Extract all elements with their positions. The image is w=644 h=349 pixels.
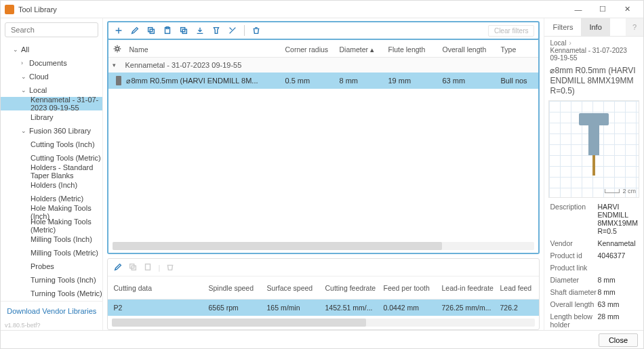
cutting-data-panel: | Cutting data Spindle speed Surface spe… — [107, 258, 540, 330]
ch-cutting-data[interactable]: Cutting data — [113, 284, 208, 292]
tree-item[interactable]: Cutting Tools (Metric) — [1, 151, 102, 165]
property-row: Overall length63 mm — [544, 298, 643, 310]
tree-item[interactable]: Hole Making Tools (Metric) — [1, 219, 102, 232]
tree-item[interactable]: Holders (Inch) — [1, 178, 102, 192]
ch-feed-per-tooth[interactable]: Feed per tooth — [383, 284, 441, 292]
tree-documents[interactable]: ›Documents — [1, 56, 102, 70]
tree-item[interactable]: Turning Tools (Inch) — [1, 273, 102, 287]
tree-item[interactable]: Holders - Standard Taper Blanks — [1, 165, 102, 178]
tree-cloud[interactable]: ⌄Cloud — [1, 70, 102, 83]
ch-leadout-feedrate[interactable]: Lead feed — [500, 284, 534, 292]
copy-icon[interactable] — [145, 24, 157, 37]
cr-fpt: 0.0442 mm — [383, 304, 441, 312]
tool-preview: 2 cm — [548, 100, 639, 198]
cd-edit-icon[interactable] — [113, 262, 123, 273]
tree-item[interactable]: Milling Tools (Inch) — [1, 232, 102, 246]
property-label: Overall length — [550, 300, 597, 308]
ch-surface-speed[interactable]: Surface speed — [266, 284, 325, 292]
table-header: Name Corner radius Diameter ▴ Flute leng… — [108, 41, 538, 58]
gear-column-icon[interactable] — [113, 44, 129, 55]
property-row: Product link — [544, 262, 643, 274]
tree-item[interactable]: Hole Making Tools (Inch) — [1, 205, 102, 219]
delete-icon[interactable] — [250, 24, 262, 37]
collapse-icon[interactable]: ▾ — [113, 62, 125, 68]
cr-leadout: 726.2 — [500, 304, 534, 312]
col-overall-length[interactable]: Overall length — [442, 45, 500, 54]
clear-filters-button[interactable]: Clear filters — [488, 25, 535, 37]
tree-local[interactable]: ⌄Local — [1, 83, 102, 97]
ch-cutting-feedrate[interactable]: Cutting feedrate — [325, 284, 383, 292]
main-toolbar: Clear filters — [107, 21, 540, 40]
cell-type: Bull nos — [500, 77, 534, 85]
cell-flute: 19 mm — [388, 77, 442, 85]
version-label: v1.80.5-betf? — [1, 321, 102, 330]
renumber-icon[interactable] — [226, 24, 239, 37]
holder-icon[interactable] — [210, 24, 222, 37]
col-flute-length[interactable]: Flute length — [388, 45, 442, 54]
cd-delete-icon[interactable] — [165, 262, 175, 273]
close-window-button[interactable]: ✕ — [615, 1, 639, 18]
svg-point-6 — [116, 47, 119, 49]
cr-surface: 165 m/min — [266, 304, 325, 312]
cd-copy-icon[interactable] — [128, 262, 138, 273]
breadcrumb: Local› Kennametal - 31-07-2023 09-19-55 — [544, 37, 643, 64]
tree-fusion360[interactable]: ⌄Fusion 360 Library — [1, 124, 102, 138]
tool-row[interactable]: ⌀8mm R0.5mm (HARVI ENDMILL 8M... 0.5 mm … — [108, 73, 538, 89]
duplicate-icon[interactable] — [178, 24, 190, 37]
property-row: DescriptionHARVI ENDMILL 8MMX19MM R=0.5 — [544, 201, 643, 237]
maximize-button[interactable]: ☐ — [590, 1, 615, 18]
scale-label: 2 cm — [605, 188, 636, 194]
col-type[interactable]: Type — [500, 45, 534, 54]
cr-name: P2 — [113, 304, 208, 312]
tree-item[interactable]: Milling Tools (Metric) — [1, 246, 102, 260]
cutting-h-scrollbar[interactable] — [112, 319, 535, 327]
minimize-button[interactable]: — — [566, 1, 590, 18]
tool-table: Name Corner radius Diameter ▴ Flute leng… — [107, 39, 540, 254]
cutting-toolbar: | — [108, 259, 539, 276]
close-button[interactable]: Close — [599, 333, 638, 347]
property-label: Product link — [550, 264, 597, 272]
property-row: VendorKennametal — [544, 237, 643, 249]
crumb-lib[interactable]: Kennametal - 31-07-2023 09-19-55 — [550, 47, 626, 62]
property-value: 8 mm — [597, 288, 638, 296]
table-h-scrollbar[interactable] — [113, 242, 534, 250]
col-diameter[interactable]: Diameter ▴ — [339, 45, 388, 54]
tree-all[interactable]: ⌄All — [1, 43, 102, 56]
group-row[interactable]: ▾ Kennametal - 31-07-2023 09-19-55 — [108, 58, 538, 73]
paste-icon[interactable] — [161, 24, 174, 37]
library-tree: ⌄All ›Documents ⌄Cloud ⌄Local Kennametal… — [1, 41, 102, 301]
tree-item[interactable]: Turning Tools (Metric) — [1, 287, 102, 300]
property-value: HARVI ENDMILL 8MMX19MM R=0.5 — [597, 203, 638, 235]
center-panel: Clear filters Name Corner radius Diamete… — [103, 18, 544, 330]
ch-leadin-feedrate[interactable]: Lead-in feedrate — [441, 284, 500, 292]
search-input[interactable] — [5, 22, 98, 37]
tab-filters[interactable]: Filters — [544, 18, 581, 36]
cd-paste-icon[interactable] — [143, 262, 153, 273]
property-label: Diameter — [550, 276, 597, 284]
tree-library[interactable]: Library — [1, 110, 102, 124]
info-panel: Filters Info ? Local› Kennametal - 31-07… — [544, 18, 643, 330]
cutting-row[interactable]: P2 6565 rpm 165 m/min 1452.51 mm/... 0.0… — [108, 300, 539, 316]
cell-name: ⌀8mm R0.5mm (HARVI ENDMILL 8M... — [125, 77, 285, 85]
tool-properties: DescriptionHARVI ENDMILL 8MMX19MM R=0.5V… — [544, 198, 643, 330]
download-vendor-libraries-link[interactable]: Download Vendor Libraries — [1, 301, 102, 321]
crumb-root[interactable]: Local — [550, 39, 566, 47]
col-name[interactable]: Name — [129, 45, 285, 54]
help-icon[interactable]: ? — [626, 18, 643, 36]
tree-item[interactable]: Probes — [1, 260, 102, 273]
edit-icon[interactable] — [129, 24, 141, 37]
ch-spindle-speed[interactable]: Spindle speed — [208, 284, 266, 292]
dialog-footer: Close — [1, 330, 643, 349]
new-tool-icon[interactable] — [113, 24, 125, 37]
tree-item[interactable]: Cutting Tools (Inch) — [1, 138, 102, 151]
tool-thumbnail-icon — [113, 76, 125, 85]
tree-kennametal[interactable]: Kennametal - 31-07-2023 09-19-55 — [1, 97, 102, 110]
app-logo-icon — [5, 5, 14, 14]
export-icon[interactable] — [194, 24, 206, 37]
cr-spindle: 6565 rpm — [208, 304, 266, 312]
cr-cutting-feed: 1452.51 mm/... — [325, 304, 383, 312]
tab-info[interactable]: Info — [581, 18, 609, 36]
col-corner-radius[interactable]: Corner radius — [285, 45, 339, 54]
tree-item[interactable]: Holders (Metric) — [1, 192, 102, 205]
property-row: Shaft diameter8 mm — [544, 286, 643, 298]
